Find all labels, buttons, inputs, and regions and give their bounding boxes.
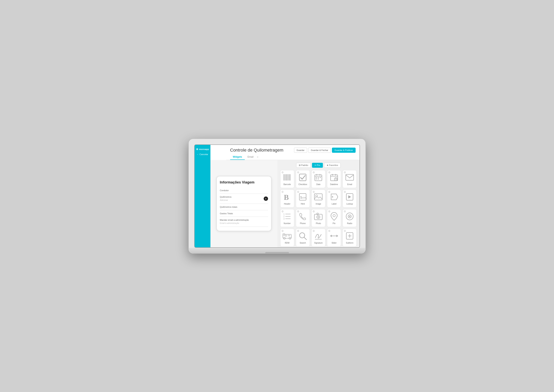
logo-icon: ❋	[196, 148, 199, 151]
datetime-icon	[329, 173, 339, 182]
logo-text: moreapp	[199, 148, 209, 150]
svg-rect-17	[320, 177, 321, 178]
field-quilometros[interactable]: Quilômetros Adicionar +	[220, 194, 268, 204]
subform-icon	[345, 231, 355, 241]
field-gastos-totais[interactable]: Gastos Totais	[220, 210, 268, 217]
svg-point-45	[318, 217, 319, 217]
page-title: Controle de Quilometragem	[230, 148, 284, 153]
widget-slider[interactable]: ⓘ Slider	[327, 229, 341, 246]
widget-photo-label: Photo	[316, 222, 321, 224]
svg-point-50	[349, 216, 350, 217]
tab-email[interactable]: Email	[245, 154, 256, 160]
svg-rect-1	[284, 174, 285, 181]
svg-marker-62	[330, 235, 332, 237]
svg-text:HTML: HTML	[302, 197, 307, 199]
svg-rect-5	[288, 174, 288, 181]
widget-html-label: Html	[301, 203, 305, 205]
svg-rect-16	[318, 177, 319, 178]
svg-line-59	[304, 237, 306, 240]
widgets-grid: ⓘ Barcode ⓘ	[280, 170, 357, 247]
svg-rect-32	[314, 194, 322, 200]
widget-datetime[interactable]: ⓘ Datetime	[327, 170, 341, 188]
svg-rect-2	[285, 174, 286, 181]
svg-marker-63	[336, 235, 338, 237]
widget-subform[interactable]: ⓘ Subform	[343, 229, 357, 246]
checkbox-icon	[298, 173, 307, 182]
field-quilometros-totais[interactable]: Quilômetros totais	[220, 204, 268, 210]
header-icon: B	[282, 192, 292, 202]
save-publish-button[interactable]: Guardar & Publicar	[332, 148, 355, 153]
barcode-icon	[282, 173, 292, 182]
widgets-panel: ⊞ Padrão ✏ Pro ★ Favoritos ⓘ B	[277, 160, 360, 247]
field-email-admin[interactable]: Mandar email a administração Email à adm…	[220, 217, 268, 227]
field-quilometros-label: Quilômetros	[220, 196, 268, 198]
svg-rect-27	[346, 175, 354, 180]
field-email-admin-label: Mandar email a administração	[220, 219, 268, 221]
widget-signature[interactable]: ⓘ Signature	[312, 229, 325, 246]
widget-pin[interactable]: ⓘ Pin	[327, 209, 341, 227]
phone-icon	[298, 212, 307, 221]
save-button[interactable]: Guardar	[294, 148, 307, 153]
svg-point-47	[333, 214, 335, 217]
filter-padrao[interactable]: ⊞ Padrão	[296, 163, 311, 168]
widget-barcode-label: Barcode	[284, 183, 291, 185]
widget-barcode[interactable]: ⓘ Barcode	[280, 170, 294, 188]
date-icon	[313, 173, 323, 182]
filter-favoritos[interactable]: ★ Favoritos	[324, 163, 341, 168]
widget-rdw[interactable]: ⓘ RDW	[280, 229, 294, 246]
field-email-admin-placeholder: Email à administração	[220, 222, 239, 224]
slider-icon	[329, 231, 339, 241]
svg-text:1: 1	[284, 213, 284, 215]
filter-pro[interactable]: ✏ Pro	[312, 163, 323, 168]
widget-date-label: Date	[316, 183, 320, 185]
field-adicionar-label: Adicionar	[220, 199, 228, 201]
widget-lookup[interactable]: ⓘ Lookup	[343, 189, 357, 208]
cancel-button[interactable]: ← Cancelar	[195, 152, 210, 157]
widget-checkbox[interactable]: ⓘ Checkbox	[296, 170, 310, 188]
widget-email[interactable]: ⓘ Email	[343, 170, 357, 188]
logo: ❋ moreapp	[194, 147, 211, 152]
svg-rect-18	[316, 179, 317, 179]
html-icon: 5HTML	[298, 192, 307, 202]
svg-marker-36	[348, 195, 351, 198]
widget-search[interactable]: ⓘ Search	[296, 229, 310, 246]
photo-icon	[313, 212, 323, 221]
pin-icon	[329, 212, 339, 221]
svg-text:2: 2	[284, 215, 284, 217]
lookup-icon	[345, 192, 355, 202]
widget-header[interactable]: ⓘ B Header	[280, 189, 294, 208]
widget-email-label: Email	[347, 183, 352, 185]
app-header: Controle de Quilometragem Guardar Guarda…	[226, 145, 360, 160]
widget-phone-label: Phone	[300, 222, 306, 224]
tab-widgets[interactable]: Widgets	[230, 154, 245, 160]
widget-slider-label: Slider	[332, 242, 337, 244]
widget-search-label: Search	[300, 242, 306, 244]
save-close-button[interactable]: Guardar & Fechar	[308, 148, 331, 153]
field-condutor[interactable]: Condutor	[220, 187, 268, 194]
svg-text:B: B	[284, 193, 289, 201]
widget-label-label: Label	[332, 203, 336, 205]
widget-phone[interactable]: ⓘ Phone	[296, 209, 310, 227]
widget-image[interactable]: ⓘ Image	[312, 189, 325, 208]
svg-rect-54	[285, 235, 287, 236]
svg-rect-51	[283, 234, 291, 238]
svg-rect-3	[286, 174, 286, 181]
widget-radio[interactable]: ⓘ Radio	[343, 209, 357, 227]
nav-tabs: Widgets Email >	[230, 154, 355, 160]
widget-photo[interactable]: ⓘ Photo	[312, 209, 325, 227]
widget-html[interactable]: ⓘ 5HTML Html	[296, 189, 310, 208]
rdw-icon	[282, 231, 292, 241]
nav-arrow: >	[256, 156, 259, 158]
widget-date[interactable]: ⓘ Date	[312, 170, 325, 188]
image-icon	[313, 192, 323, 202]
widget-number[interactable]: ⓘ 123 Number	[280, 209, 294, 227]
widget-radio-label: Radio	[347, 222, 352, 224]
form-title: Informações Viagem	[220, 180, 268, 184]
widget-checkbox-label: Checkbox	[298, 183, 307, 185]
phone-preview-panel: Informações Viagem Condutor Quilômetros …	[210, 160, 277, 247]
field-gastos-totais-label: Gastos Totais	[220, 212, 268, 215]
field-quilometros-totais-label: Quilômetros totais	[220, 206, 268, 208]
add-button[interactable]: +	[264, 196, 268, 201]
svg-rect-9	[291, 174, 291, 181]
widget-label[interactable]: ⓘ Label	[327, 189, 341, 208]
